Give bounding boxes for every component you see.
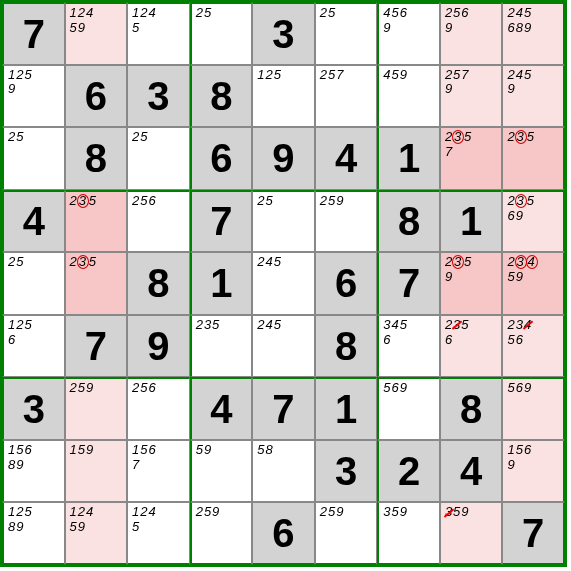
cell-r9-c2[interactable]: 12459: [65, 502, 128, 565]
cell-r4-c9[interactable]: 23569: [502, 190, 565, 253]
cell-r6-c4[interactable]: 235: [190, 315, 253, 378]
cell-r8-c5[interactable]: 58: [252, 440, 315, 503]
cell-r8-c8[interactable]: 4: [440, 440, 503, 503]
cell-r8-c6[interactable]: 3: [315, 440, 378, 503]
given-digit: 8: [210, 76, 232, 116]
cell-r7-c3[interactable]: 256: [127, 377, 190, 440]
cell-r2-c2[interactable]: 6: [65, 65, 128, 128]
cell-r2-c5[interactable]: 125: [252, 65, 315, 128]
cell-r5-c3[interactable]: 8: [127, 252, 190, 315]
cell-r1-c5[interactable]: 3: [252, 2, 315, 65]
cell-r4-c5[interactable]: 25: [252, 190, 315, 253]
cell-r2-c8[interactable]: 2579: [440, 65, 503, 128]
cell-r9-c4[interactable]: 259: [190, 502, 253, 565]
cell-r4-c2[interactable]: 235: [65, 190, 128, 253]
cell-r5-c9[interactable]: 23459: [502, 252, 565, 315]
cell-r3-c8[interactable]: 2357: [440, 127, 503, 190]
cell-r6-c1[interactable]: 1256: [2, 315, 65, 378]
given-digit: 7: [210, 201, 232, 241]
cell-r8-c1[interactable]: 15689: [2, 440, 65, 503]
candidate-digits: 1259: [8, 68, 62, 98]
cell-r8-c2[interactable]: 159: [65, 440, 128, 503]
cell-r1-c3[interactable]: 1245: [127, 2, 190, 65]
cell-r3-c3[interactable]: 25: [127, 127, 190, 190]
cell-r5-c4[interactable]: 1: [190, 252, 253, 315]
cell-r1-c8[interactable]: 2569: [440, 2, 503, 65]
candidate-digits: 2359: [445, 255, 500, 285]
cell-r3-c6[interactable]: 4: [315, 127, 378, 190]
cell-r1-c4[interactable]: 25: [190, 2, 253, 65]
given-digit: 7: [398, 263, 420, 303]
candidate-digits: 12589: [8, 505, 62, 535]
cell-r1-c6[interactable]: 25: [315, 2, 378, 65]
cell-r9-c8[interactable]: 359: [440, 502, 503, 565]
cell-r8-c4[interactable]: 59: [190, 440, 253, 503]
given-digit: 1: [335, 389, 357, 429]
cell-r5-c7[interactable]: 7: [377, 252, 440, 315]
cell-r7-c9[interactable]: 569: [502, 377, 565, 440]
cell-r5-c5[interactable]: 245: [252, 252, 315, 315]
cell-r9-c6[interactable]: 259: [315, 502, 378, 565]
cell-r6-c5[interactable]: 245: [252, 315, 315, 378]
cell-r2-c9[interactable]: 2459: [502, 65, 565, 128]
cell-r4-c4[interactable]: 7: [190, 190, 253, 253]
cell-r2-c7[interactable]: 459: [377, 65, 440, 128]
cell-r1-c7[interactable]: 4569: [377, 2, 440, 65]
given-digit: 9: [272, 138, 294, 178]
cell-r7-c8[interactable]: 8: [440, 377, 503, 440]
cell-r4-c3[interactable]: 256: [127, 190, 190, 253]
cell-r6-c9[interactable]: 23456: [502, 315, 565, 378]
candidate-digits: 259: [320, 194, 375, 209]
cell-r5-c6[interactable]: 6: [315, 252, 378, 315]
cell-r5-c8[interactable]: 2359: [440, 252, 503, 315]
cell-r6-c3[interactable]: 9: [127, 315, 190, 378]
cell-r3-c4[interactable]: 6: [190, 127, 253, 190]
cell-r8-c9[interactable]: 1569: [502, 440, 565, 503]
cell-r6-c8[interactable]: 2356: [440, 315, 503, 378]
cell-r4-c8[interactable]: 1: [440, 190, 503, 253]
cell-r8-c3[interactable]: 1567: [127, 440, 190, 503]
cell-r1-c2[interactable]: 12459: [65, 2, 128, 65]
cell-r6-c6[interactable]: 8: [315, 315, 378, 378]
cell-r4-c6[interactable]: 259: [315, 190, 378, 253]
cell-r6-c2[interactable]: 7: [65, 315, 128, 378]
cell-r9-c1[interactable]: 12589: [2, 502, 65, 565]
cell-r2-c6[interactable]: 257: [315, 65, 378, 128]
cell-r7-c1[interactable]: 3: [2, 377, 65, 440]
cell-r3-c7[interactable]: 1: [377, 127, 440, 190]
cell-r3-c1[interactable]: 25: [2, 127, 65, 190]
cell-r5-c1[interactable]: 25: [2, 252, 65, 315]
cell-r7-c4[interactable]: 4: [190, 377, 253, 440]
candidate-digits: 1245: [132, 505, 187, 535]
cell-r7-c7[interactable]: 569: [377, 377, 440, 440]
candidate-digits: 2569: [445, 6, 500, 36]
cell-r8-c7[interactable]: 2: [377, 440, 440, 503]
cell-r6-c7[interactable]: 3456: [377, 315, 440, 378]
candidate-digits: 2357: [445, 130, 500, 160]
candidate-digits: 2356: [445, 318, 500, 348]
cell-r4-c7[interactable]: 8: [377, 190, 440, 253]
given-digit: 4: [210, 389, 232, 429]
cell-r2-c1[interactable]: 1259: [2, 65, 65, 128]
cell-r2-c4[interactable]: 8: [190, 65, 253, 128]
cell-r9-c5[interactable]: 6: [252, 502, 315, 565]
cell-r1-c9[interactable]: 245689: [502, 2, 565, 65]
cell-r9-c9[interactable]: 7: [502, 502, 565, 565]
cell-r9-c3[interactable]: 1245: [127, 502, 190, 565]
cell-r3-c9[interactable]: 235: [502, 127, 565, 190]
cell-r2-c3[interactable]: 3: [127, 65, 190, 128]
candidate-digits: 159: [70, 443, 125, 458]
cell-r1-c1[interactable]: 7: [2, 2, 65, 65]
cell-r7-c2[interactable]: 259: [65, 377, 128, 440]
cell-r4-c1[interactable]: 4: [2, 190, 65, 253]
cell-r9-c7[interactable]: 359: [377, 502, 440, 565]
cell-r3-c5[interactable]: 9: [252, 127, 315, 190]
sudoku-board[interactable]: 7124591245253254569256924568912596381252…: [0, 0, 567, 567]
cell-r7-c6[interactable]: 1: [315, 377, 378, 440]
cell-r5-c2[interactable]: 235: [65, 252, 128, 315]
given-digit: 6: [210, 138, 232, 178]
candidate-digits: 259: [196, 505, 250, 520]
cell-r3-c2[interactable]: 8: [65, 127, 128, 190]
cell-r7-c5[interactable]: 7: [252, 377, 315, 440]
candidate-digits: 3456: [383, 318, 437, 348]
